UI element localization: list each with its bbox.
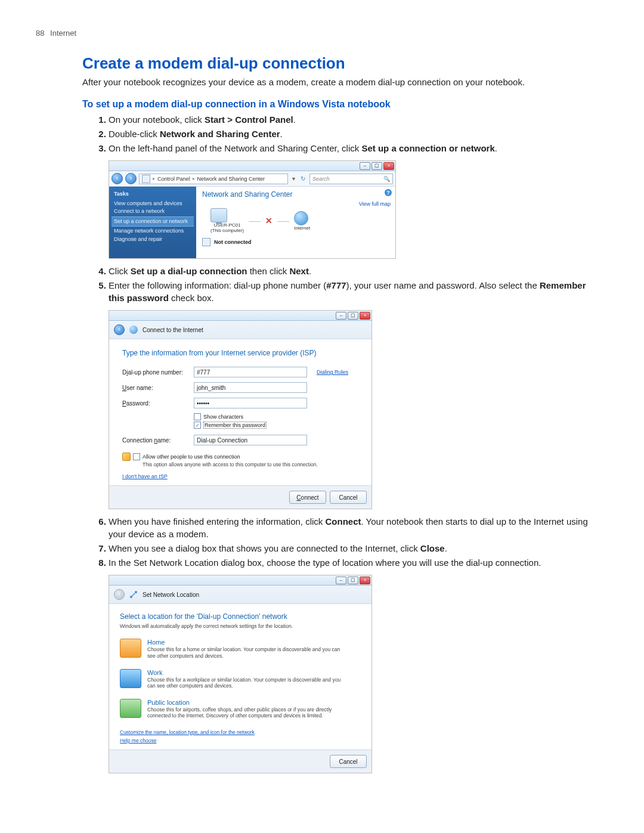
phone-input[interactable]: #777 (194, 367, 307, 377)
intro-text: After your notebook recognizes your devi… (82, 76, 601, 88)
search-input[interactable]: Search 🔍 (309, 174, 393, 184)
back-button[interactable]: ‹ (112, 173, 123, 184)
svg-point-0 (130, 596, 132, 598)
window-titlebar: – ▢ × (109, 575, 371, 586)
window-titlebar: – ▢ × (109, 311, 371, 321)
close-button[interactable]: × (360, 577, 370, 584)
maximize-button[interactable]: ▢ (371, 162, 382, 170)
wizard-title: Connect to the Internet (143, 327, 203, 333)
search-icon: 🔍 (383, 176, 390, 182)
network-icon (129, 590, 138, 599)
tasks-sidebar: Tasks View computers and devices Connect… (109, 187, 196, 258)
dialing-rules-link[interactable]: Dialing Rules (317, 369, 348, 375)
refresh-icon[interactable]: ↻ (299, 175, 307, 182)
location-home[interactable]: Home Choose this for a home or similar l… (120, 639, 361, 659)
show-characters-checkbox[interactable] (194, 413, 201, 420)
label-phone: Dial-up phone number: (122, 369, 194, 376)
label-username: User name: (122, 385, 194, 391)
location-prompt: Select a location for the 'Dial-up Conne… (120, 612, 361, 621)
step-3: On the left-hand panel of the Network an… (109, 142, 601, 154)
connect-button[interactable]: Connect (289, 491, 326, 504)
status-text: Not connected (214, 239, 252, 245)
page-number: 88 (36, 29, 44, 38)
step-4: Click Set up a dial-up connection then c… (109, 265, 601, 277)
step-1: On your notebook, click Start > Control … (109, 113, 601, 126)
breadcrumb-icon (142, 175, 150, 183)
remember-password-label: Remember this password (203, 422, 267, 429)
wizard-title: Set Network Location (143, 592, 199, 598)
task-diagnose-repair[interactable]: Diagnose and repair (114, 236, 191, 244)
task-view-computers[interactable]: View computers and devices (114, 200, 191, 208)
back-button[interactable]: ‹ (114, 324, 125, 335)
back-button: ‹ (114, 589, 125, 600)
view-full-map-link[interactable]: View full map (359, 201, 391, 207)
page-header: 88 Internet (36, 29, 608, 38)
allow-others-checkbox[interactable] (133, 453, 140, 460)
panel-title: Network and Sharing Center (202, 190, 389, 199)
screenshot-set-network-location: – ▢ × ‹ Set Network Location Select a lo… (109, 575, 372, 773)
breadcrumb[interactable]: ▸ Control Panel ▸ Network and Sharing Ce… (139, 174, 288, 184)
maximize-button[interactable]: ▢ (348, 312, 358, 320)
show-characters-label: Show characters (203, 414, 243, 420)
label-password: Password: (122, 400, 194, 407)
location-public[interactable]: Public location Choose this for airports… (120, 699, 361, 719)
screenshot-connect-to-internet: – ▢ × ‹ Connect to the Internet Type the… (109, 310, 372, 509)
help-icon[interactable]: ? (385, 189, 392, 196)
minimize-button[interactable]: – (360, 162, 370, 170)
status-icon (202, 238, 210, 246)
wizard-prompt: Type the information from your Internet … (122, 349, 358, 357)
dropdown-icon[interactable]: ▾ (290, 175, 296, 182)
customize-link[interactable]: Customize the name, location type, and i… (120, 729, 361, 737)
task-manage-connections[interactable]: Manage network connections (114, 227, 191, 236)
svg-point-1 (135, 591, 137, 593)
subheading: To set up a modem dial-up connection in … (82, 99, 601, 110)
network-map: USER-PC01 (This computer) —— ✕ —— Intern… (210, 208, 389, 233)
allow-others-note: This option allows anyone with access to… (143, 462, 358, 467)
tasks-title: Tasks (114, 190, 191, 199)
disconnected-icon: ✕ (265, 216, 273, 225)
pc-icon (210, 208, 227, 222)
screenshot-network-sharing-center: – ▢ × ‹ › ▸ Control Panel ▸ Network and … (109, 160, 396, 259)
connection-name-input[interactable]: Dial-up Connection (194, 435, 307, 445)
internet-icon (294, 211, 308, 225)
close-button[interactable]: × (360, 312, 370, 320)
allow-others-label: Allow other people to use this connectio… (143, 454, 240, 460)
cancel-button[interactable]: Cancel (330, 491, 367, 504)
step-6: When you have finished entering the info… (109, 515, 601, 540)
location-work[interactable]: Work Choose this for a workplace or simi… (120, 669, 361, 689)
step-7: When you see a dialog box that shows you… (109, 542, 601, 555)
step-5: Enter the following information: dial-up… (109, 279, 601, 304)
globe-icon (129, 326, 138, 334)
minimize-button[interactable]: – (336, 312, 346, 320)
no-isp-link[interactable]: I don't have an ISP (122, 473, 168, 479)
task-setup-connection[interactable]: Set up a connection or network (112, 216, 194, 227)
work-icon (120, 669, 141, 688)
minimize-button[interactable]: – (336, 577, 346, 584)
home-icon (120, 639, 141, 658)
shield-icon (122, 453, 131, 461)
maximize-button[interactable]: ▢ (348, 577, 358, 584)
location-autonote: Windows will automatically apply the cor… (120, 623, 361, 629)
help-choose-link[interactable]: Help me choose (120, 737, 361, 745)
step-2: Double-click Network and Sharing Center. (109, 128, 601, 140)
forward-button[interactable]: › (125, 173, 137, 184)
page-title: Create a modem dial-up connection (82, 54, 601, 73)
remember-password-checkbox[interactable] (194, 422, 201, 429)
label-connection-name: Connection name: (122, 437, 194, 444)
public-icon (120, 699, 141, 718)
username-input[interactable]: john_smith (194, 382, 307, 393)
svg-line-2 (132, 593, 135, 596)
task-connect-network[interactable]: Connect to a network (114, 208, 191, 216)
cancel-button[interactable]: Cancel (330, 755, 367, 768)
window-titlebar: – ▢ × (109, 161, 395, 171)
step-8: In the Set Network Location dialog box, … (109, 556, 601, 569)
section-title: Internet (50, 29, 76, 38)
password-input[interactable]: •••••• (194, 398, 307, 408)
close-button[interactable]: × (383, 162, 394, 170)
